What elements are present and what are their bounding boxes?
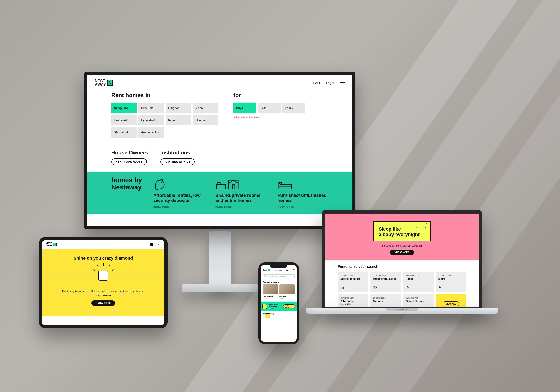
- know-more-button[interactable]: KNOW MORE: [91, 300, 115, 306]
- personalise-card[interactable]: 23 homes near Sports complex ▨: [338, 272, 368, 292]
- brand-logo[interactable]: NEST AWAY N: [95, 79, 113, 86]
- laptop: ◡ ◡• Sleep likea baby everynight Introdu…: [321, 210, 482, 311]
- brand-text: NEST AWAY: [95, 79, 106, 86]
- for-chip-boys[interactable]: Boys: [233, 103, 256, 113]
- carousel-dot[interactable]: [89, 311, 94, 311]
- location-price: ₹6,500 +: [263, 298, 268, 299]
- monitor-stand-neck: [209, 231, 231, 288]
- cities-column: Rent homes in BangaloreNew DelhiGurgaonN…: [111, 92, 218, 138]
- city-chip-gurgaon[interactable]: Gurgaon: [166, 103, 191, 113]
- nav-icon: ➣: [438, 284, 442, 290]
- prime-icon: [262, 304, 267, 309]
- rent-heading: Rent homes in: [111, 92, 218, 99]
- hamburger-icon[interactable]: ≡: [293, 269, 295, 272]
- brand-logo[interactable]: NESTAWAY: [263, 269, 270, 272]
- top-nav: FAQ Login: [313, 81, 345, 85]
- personalise-card[interactable]: 43 homes with Gamer Nesties 🎮: [403, 294, 434, 307]
- personalise-card[interactable]: 12 homes near Affordable Localities ⌂: [338, 294, 368, 307]
- carousel-dot[interactable]: [81, 311, 86, 311]
- location-card[interactable]: Indira… ₹6,500 +: [279, 284, 295, 299]
- validation-hint: select one of the above: [233, 116, 305, 119]
- carousel-dot[interactable]: [120, 311, 126, 311]
- sleepy-face-icon: ◡ ◡•: [416, 223, 427, 229]
- tablet-hero-title: Shine on you crazy diamond: [48, 256, 158, 261]
- card-title: Sports complex: [340, 277, 366, 281]
- tablet-hero-copy: Nestaway focuses on all your basics so y…: [62, 290, 145, 297]
- popular-locations[interactable]: HSR Layout ₹6,500 + Indira… ₹6,500 +: [263, 284, 295, 299]
- svg-point-5: [280, 182, 282, 184]
- card-title: Music enthusiasts: [373, 277, 398, 281]
- card-sub: 10 homes near: [373, 297, 386, 299]
- carousel-dot[interactable]: [112, 311, 118, 311]
- prime-banner[interactable]: IntroducingNestaway Prime KNOW MORE: [260, 302, 297, 311]
- monitor-stand-foot: [181, 284, 258, 292]
- card-sub: 12 homes near: [340, 297, 353, 299]
- hero-title: Sleep likea baby everynight: [379, 226, 420, 237]
- feature-rooms: Shared/private rooms and entire homes KN…: [215, 176, 266, 209]
- laptop-hero: ◡ ◡• Sleep likea baby everynight Introdu…: [325, 213, 479, 260]
- svg-rect-4: [232, 185, 235, 189]
- city-chip-greater-noida[interactable]: Greater Noida: [139, 127, 164, 138]
- feature-title: Shared/private rooms and entire homes: [215, 193, 266, 203]
- menu-button[interactable]: Menu: [150, 243, 161, 246]
- for-chip-girls[interactable]: Girls: [258, 103, 281, 113]
- view-all-card[interactable]: VIEW ALL: [436, 294, 466, 307]
- city-chip-hyderabad[interactable]: Hyderabad: [139, 115, 164, 125]
- personalise-card[interactable]: 23 homes near Parks ☀: [403, 272, 434, 292]
- tablet-header: NESTAWAY Menu: [42, 240, 164, 249]
- city-chip-faridabad[interactable]: Faridabad: [111, 115, 137, 125]
- card-sub: 23 homes near: [340, 274, 353, 277]
- partner-with-us-button[interactable]: PARTNER WITH US: [160, 158, 195, 165]
- owners-row: House Owners RENT YOUR HOUSE Instituitio…: [111, 150, 328, 165]
- nav-faq[interactable]: FAQ: [313, 81, 320, 85]
- tablet: NESTAWAY Menu Shine on you crazy diamond…: [39, 237, 168, 328]
- know-more-link[interactable]: KNOW MORE: [215, 206, 232, 208]
- laptop-base: MacBook Pro: [306, 308, 498, 314]
- know-more-button[interactable]: KNOW MORE: [390, 250, 414, 255]
- card-sub: 14 homes near: [438, 274, 451, 277]
- city-grid: BangaloreNew DelhiGurgaonNoidaFaridabadH…: [111, 103, 218, 138]
- bulb-icon: [98, 271, 108, 281]
- know-more-link[interactable]: KNOW MORE: [153, 206, 170, 208]
- city-chip-mumbai[interactable]: Mumbai: [193, 115, 218, 125]
- view-all-label: VIEW ALL: [442, 302, 459, 306]
- hamburger-icon[interactable]: [340, 81, 345, 84]
- breadcrumb[interactable]: Bangalore · Girls ▾: [270, 269, 293, 271]
- carousel-dot[interactable]: [97, 311, 102, 311]
- location-price: ₹6,500 +: [279, 298, 285, 299]
- rent-your-house-button[interactable]: RENT YOUR HOUSE: [111, 158, 147, 165]
- personalise-card[interactable]: 14 homes near Metro ➣: [436, 272, 466, 292]
- know-more-button[interactable]: KNOW MORE: [283, 304, 295, 308]
- location-card[interactable]: HSR Layout ₹6,500 +: [263, 284, 278, 299]
- svg-rect-2: [217, 182, 220, 185]
- city-chip-ghaziabad[interactable]: Ghaziabad: [111, 127, 137, 138]
- sun-icon: ☀: [406, 284, 410, 290]
- personalise-card[interactable]: 23 homes with Music enthusiasts 🕪: [370, 272, 401, 292]
- hero-sub: Introducing Automated rent collection: [325, 244, 479, 247]
- for-grid: BoysGirlsFamily: [233, 103, 305, 113]
- for-column: for BoysGirlsFamily select one of the ab…: [233, 92, 305, 138]
- feature-title: Affordable rentals, low security deposit…: [153, 193, 204, 203]
- know-more-link[interactable]: KNOW MORE: [278, 206, 294, 208]
- search-input[interactable]: 🔍 Search / find homes by type: [263, 274, 295, 278]
- hamburger-icon: [150, 243, 153, 246]
- chevron-down-icon: ▾: [288, 269, 289, 271]
- city-chip-pune[interactable]: Pune: [166, 115, 191, 125]
- cart-icon: 🛒: [373, 307, 379, 307]
- city-chip-bangalore[interactable]: Bangalore: [111, 103, 137, 113]
- tablet-hero: Shine on you crazy diamond Nestaway focu…: [42, 249, 164, 316]
- bed-icon: [278, 176, 328, 190]
- for-chip-family[interactable]: Family: [282, 103, 305, 113]
- city-chip-new-delhi[interactable]: New Delhi: [139, 103, 164, 113]
- city-chip-noida[interactable]: Noida: [193, 103, 218, 113]
- feature-affordable: Affordable rentals, low security deposit…: [153, 176, 204, 209]
- desktop-monitor: NEST AWAY N FAQ Login Rent homes in Bang…: [84, 72, 355, 229]
- carousel-dot[interactable]: [104, 311, 110, 311]
- personalise-card[interactable]: 10 homes near Markets 🛒: [370, 294, 401, 307]
- nav-login[interactable]: Login: [326, 81, 334, 85]
- carousel-dots[interactable]: [48, 311, 158, 311]
- owners-heading: House Owners: [111, 150, 148, 156]
- card-title: Gamer Nesties: [406, 300, 431, 303]
- feature-title: Furnished/ unfurnished homes: [278, 193, 328, 203]
- brand-logo[interactable]: NESTAWAY: [46, 242, 57, 247]
